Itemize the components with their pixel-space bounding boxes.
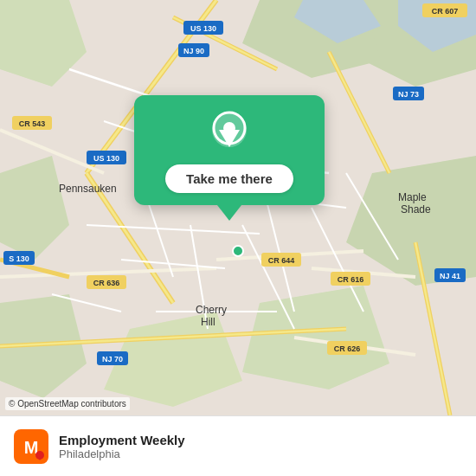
svg-point-74	[233, 246, 243, 256]
svg-text:S 130: S 130	[9, 254, 29, 263]
app-name: Employment Weekly	[59, 433, 185, 447]
attribution-text: © OpenStreetMap contributors	[9, 399, 126, 408]
svg-text:Cherry: Cherry	[196, 304, 227, 316]
app-info: Employment Weekly Philadelphia	[59, 433, 185, 460]
svg-text:CR 543: CR 543	[19, 119, 46, 128]
take-me-there-button[interactable]: Take me there	[165, 164, 293, 193]
svg-text:Pennsauken: Pennsauken	[59, 183, 117, 195]
svg-text:CR 607: CR 607	[432, 7, 459, 16]
svg-text:CR 644: CR 644	[268, 256, 295, 265]
app-location: Philadelphia	[59, 447, 185, 460]
svg-text:Hill: Hill	[201, 316, 215, 328]
svg-text:Shade: Shade	[401, 203, 431, 215]
svg-text:CR 626: CR 626	[334, 344, 361, 353]
svg-text:NJ 73: NJ 73	[398, 90, 419, 99]
app-icon: M	[14, 429, 48, 464]
svg-text:Maple: Maple	[398, 191, 427, 203]
svg-text:US 130: US 130	[93, 154, 119, 163]
svg-text:NJ 41: NJ 41	[440, 272, 460, 280]
location-pin-icon	[210, 111, 248, 156]
map-container: CR 607 US 130 NJ 90 NJ 73 CR 543 US 130 …	[0, 0, 476, 415]
svg-text:CR 616: CR 616	[338, 275, 364, 284]
location-icon-wrapper	[207, 111, 252, 156]
svg-text:CR 636: CR 636	[93, 279, 120, 287]
svg-text:NJ 70: NJ 70	[102, 355, 123, 363]
svg-text:US 130: US 130	[190, 24, 216, 33]
svg-text:NJ 90: NJ 90	[183, 47, 204, 55]
popup-card[interactable]: Take me there	[134, 95, 325, 205]
osm-attribution: © OpenStreetMap contributors	[5, 397, 130, 410]
bottom-bar: M Employment Weekly Philadelphia	[0, 415, 476, 476]
